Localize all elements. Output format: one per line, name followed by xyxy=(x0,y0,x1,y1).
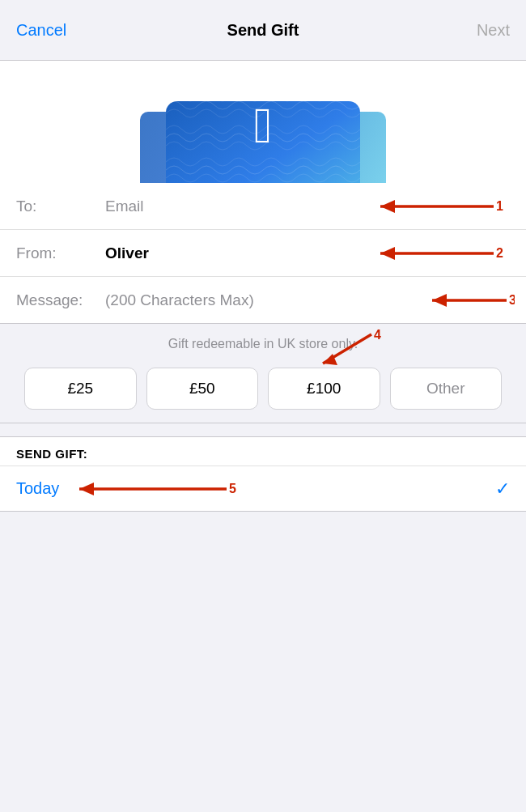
send-gift-label: SEND GIFT: xyxy=(0,437,526,466)
page-title: Send Gift xyxy=(227,21,299,40)
checkmark-icon: ✓ xyxy=(495,478,510,500)
amount-btn-100[interactable]: £100 4 xyxy=(268,368,380,410)
next-button[interactable]: Next xyxy=(477,21,510,40)
amount-buttons: £25 £50 £100 4 Other xyxy=(16,368,510,410)
svg-text:1: 1 xyxy=(496,199,503,213)
arrow-3: 3 xyxy=(418,287,515,314)
to-label: To: xyxy=(16,198,105,215)
svg-marker-6 xyxy=(380,200,395,213)
svg-text:4: 4 xyxy=(374,328,381,342)
svg-text:2: 2 xyxy=(496,246,503,260)
amount-btn-25[interactable]: £25 xyxy=(24,368,137,410)
message-row[interactable]: Message: (200 Characters Max) 3 xyxy=(0,277,526,324)
message-label: Message: xyxy=(16,291,105,309)
to-email-row[interactable]: To: Email 1 xyxy=(0,183,526,230)
navigation-bar: Cancel Send Gift Next xyxy=(0,0,526,61)
arrow-1: 1 xyxy=(364,193,510,220)
svg-text:3: 3 xyxy=(509,293,515,307)
form-section: To: Email 1 From: Oliver 2 Message: (200… xyxy=(0,182,526,324)
store-notice-text: Gift redeemable in UK store only. xyxy=(16,337,510,351)
to-value: Email xyxy=(105,198,144,215)
send-gift-row[interactable]: Today 5 ✓ xyxy=(0,466,526,511)
svg-marker-9 xyxy=(380,247,395,260)
from-row[interactable]: From: Oliver 2 xyxy=(0,230,526,277)
arrow-5: 5 xyxy=(65,475,243,503)
send-gift-today[interactable]: Today xyxy=(16,479,59,498)
cancel-button[interactable]: Cancel xyxy=(16,21,66,40)
amount-btn-50[interactable]: £50 xyxy=(146,368,259,410)
from-value: Oliver xyxy=(105,244,149,262)
svg-marker-18 xyxy=(79,483,94,495)
arrow-2: 2 xyxy=(364,240,510,267)
arrow-4: 4 xyxy=(282,326,388,370)
message-placeholder: (200 Characters Max) xyxy=(105,291,254,309)
send-gift-section: SEND GIFT: Today 5 ✓ xyxy=(0,436,526,512)
svg-text:5: 5 xyxy=(229,482,236,495)
store-notice-section: Gift redeemable in UK store only. £25 £5… xyxy=(0,324,526,423)
from-label: From: xyxy=(16,244,105,262)
amount-btn-other[interactable]: Other xyxy=(390,368,503,410)
svg-marker-12 xyxy=(432,294,447,307)
